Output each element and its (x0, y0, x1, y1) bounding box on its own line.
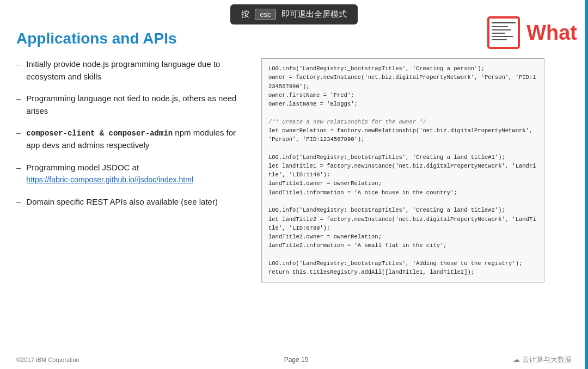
code-line: landTitle2.information = 'A small flat i… (268, 241, 537, 250)
bullet-text-5: Domain specific REST APIs also available… (26, 196, 250, 208)
footer-brand: ☁ 云计算与大数据 (513, 355, 572, 365)
bullet-dash-2: – (16, 93, 21, 117)
bold-mono-3: composer-client & composer-admin (26, 129, 173, 138)
code-line: landTitle2.owner = ownerRelation; (268, 232, 537, 241)
code-block: LOG.info('LandRegistry:_bootstrapTitles'… (261, 58, 544, 282)
code-line (268, 197, 537, 206)
code-line: LOG.info('LandRegistry:_bootstrapTitles'… (268, 259, 537, 268)
code-line: LOG.info('LandRegistry:_bootstrapTitles'… (268, 64, 537, 73)
code-line: owner.firstName = 'Fred'; (268, 91, 537, 100)
bullet-item-5: – Domain specific REST APIs also availab… (16, 196, 250, 208)
notification-suffix: 即可退出全屏模式 (281, 9, 347, 20)
bullet-dash-5: – (16, 196, 21, 208)
code-line (268, 250, 537, 259)
footer: ©2017 IBM Corporation Page 15 ☁ 云计算与大数据 (16, 355, 572, 365)
code-line: /** Create a new relationship for the ow… (268, 118, 537, 126)
bullet-text-4: Programming model JSDOC at https://fabri… (26, 162, 250, 186)
main-content: Applications and APIs – Initially provid… (16, 30, 544, 353)
bullet-dash-3: – (16, 127, 21, 152)
bullet-dash-1: – (16, 58, 21, 83)
footer-page: Page 15 (284, 356, 309, 364)
code-line: let landTitle2 = factory.newInstance('ne… (268, 215, 537, 233)
content-layout: – Initially provide node.js programming … (16, 58, 544, 282)
notification-prefix: 按 (241, 9, 249, 20)
code-line (268, 108, 537, 117)
footer-copyright: ©2017 IBM Corporation (16, 356, 79, 363)
bullet-item-3: – composer-client & composer-admin npm m… (16, 127, 250, 152)
right-border (585, 0, 588, 369)
bullet-text-3: composer-client & composer-admin npm mod… (26, 127, 250, 152)
notification-pill: 按 esc 即可退出全屏模式 (230, 4, 357, 24)
code-line: let landTitle1 = factory.newInstance('ne… (268, 162, 537, 180)
code-line: landTitle1.information = 'A nice house i… (268, 188, 537, 197)
code-line: LOG.info('LandRegistry:_bootstrapTitles'… (268, 206, 537, 214)
slide-title: Applications and APIs (16, 30, 544, 47)
bullet-text-1: Initially provide node.js programming la… (26, 58, 250, 83)
code-line (268, 144, 537, 152)
code-line: let ownerRelation = factory.newRelations… (268, 126, 537, 144)
code-line: owner.lastName = 'Bloggs'; (268, 100, 537, 108)
bullet-item-2: – Programming language not tied to node.… (16, 93, 250, 117)
bullet-dash-4: – (16, 162, 21, 186)
notification-bar: 按 esc 即可退出全屏模式 (0, 0, 588, 29)
code-line: LOG.info('LandRegistry:_bootstrapTitles'… (268, 153, 537, 162)
bullet-item-1: – Initially provide node.js programming … (16, 58, 250, 83)
bullet-text-2: Programming language not tied to node.js… (26, 93, 250, 117)
jsdoc-link[interactable]: https://fabric-composer.github.io//jsdoc… (26, 175, 193, 184)
code-line: landTitle1.owner = ownerRelation; (268, 179, 537, 188)
code-line: return this.titlesRegistry.addAll([landT… (268, 268, 537, 276)
bullet-item-4: – Programming model JSDOC at https://fab… (16, 162, 250, 186)
bullets: – Initially provide node.js programming … (16, 58, 250, 218)
code-line: owner = factory.newInstance('net.biz.dig… (268, 73, 537, 91)
esc-key: esc (255, 9, 275, 20)
